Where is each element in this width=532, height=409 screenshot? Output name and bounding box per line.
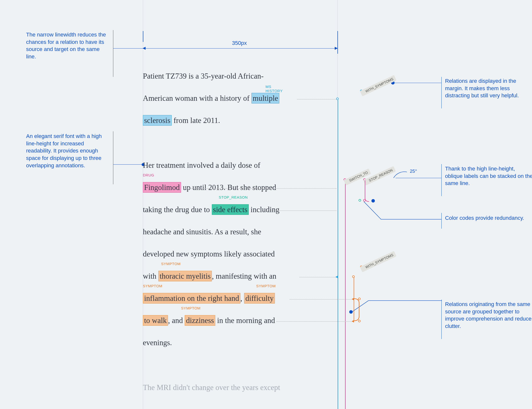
dots-ms xyxy=(297,99,336,100)
callout-narrow-linewidth: The narrow linewidth reduces the chances… xyxy=(26,31,110,60)
p1-line2: American woman with a history of multipl… xyxy=(143,87,279,109)
entity-difficulty[interactable]: difficulty xyxy=(244,293,275,304)
dim-tick-left xyxy=(143,31,143,42)
entity-thoracic-myelitis[interactable]: thoracic myelitis xyxy=(158,271,212,281)
callout-color-codes: Color codes provide redundancy. xyxy=(445,214,532,222)
rel-with-symptoms-2: WITH_SYMPTOMS xyxy=(360,251,397,272)
callout-relations-grouped: Relations originating from the same sour… xyxy=(445,301,532,330)
p2-line1: Her treatment involved a daily dose of xyxy=(143,154,260,176)
p2-l8-k: in the morning and xyxy=(215,316,275,325)
dim-line xyxy=(143,48,337,49)
dots-dizz xyxy=(276,321,353,322)
p2-l2-b: up until 2013. But she stopped xyxy=(181,183,276,192)
leader-left2 xyxy=(113,164,142,165)
dots-inflam xyxy=(290,299,353,300)
entity-to-walk[interactable]: to walk xyxy=(143,315,168,326)
tag-ms: MS xyxy=(266,85,271,89)
dots-tm xyxy=(299,277,336,277)
p2-line7: inflammation on the right hand, difficul… xyxy=(143,287,275,309)
p2-l6-h: , manifesting with an xyxy=(212,272,276,280)
arrow-tm-blue xyxy=(335,276,338,278)
p2-line3: taking the drug due to side effects incl… xyxy=(143,199,279,221)
rule-r3-slope xyxy=(364,202,442,222)
p2-l6-g: with xyxy=(143,272,158,280)
entity-fingolimod[interactable]: Fingolimod xyxy=(143,182,181,193)
dots-se xyxy=(261,210,336,211)
p1-line3: sclerosis from late 2011. xyxy=(143,109,220,132)
node-se-pink xyxy=(363,199,366,202)
callout-relations-margin: Relations are displayed in the margin. I… xyxy=(445,77,532,99)
vline-drug xyxy=(345,181,346,409)
p2-line4: headache and sinusitis. As a result, she xyxy=(143,221,261,243)
dim-tick-right xyxy=(337,31,338,54)
p2-l3-c: taking the drug due to xyxy=(143,205,212,214)
dots-drug xyxy=(184,188,336,189)
angle-label: 25° xyxy=(410,169,417,174)
dim-label-350: 350px xyxy=(232,40,247,46)
tag-history: HISTORY xyxy=(266,89,283,93)
callout-serif-font: An elegant serif font with a high line-h… xyxy=(26,133,110,169)
callout-oblique-labels: Thank to the high line-height, oblique l… xyxy=(445,165,532,187)
p2-line8: to walk, and dizziness in the morning an… xyxy=(143,309,275,332)
rule-r4-slope xyxy=(351,300,442,313)
rule-left2-v xyxy=(113,131,113,184)
p2-l8-j: , and xyxy=(168,316,185,325)
p2-l7-i: , xyxy=(240,294,244,303)
rel-with-symptoms-1: WITH_SYMPTOMS xyxy=(360,75,397,96)
vline-ms xyxy=(338,100,338,409)
rule-left1-v xyxy=(113,30,113,77)
rule-left1-h xyxy=(113,48,143,49)
p1-line1: Patient TZ739 is a 35-year-old African- xyxy=(143,65,264,87)
entity-inflammation[interactable]: inflammation on the right hand xyxy=(143,293,240,304)
p2-line9: evenings. xyxy=(143,332,172,354)
p3-line1: The MRI didn't change over the years exc… xyxy=(143,376,280,399)
entity-sclerosis[interactable]: sclerosis xyxy=(143,115,172,126)
p1-l2-a: American woman with a history of xyxy=(143,94,251,102)
p2-line2: Fingolimod up until 2013. But she stoppe… xyxy=(143,176,276,199)
rule-r1-h xyxy=(393,83,441,83)
leader-r3-dot xyxy=(371,199,375,203)
node-ms xyxy=(336,98,339,100)
p1-l3-d: from late 2011. xyxy=(172,116,220,125)
bracket-symptoms xyxy=(354,296,362,324)
rule-r2-v xyxy=(441,164,442,196)
node-se-green xyxy=(359,199,361,202)
leader-r4-dot xyxy=(349,310,353,314)
rule-r1-v xyxy=(441,77,442,108)
p2-l3-d: including xyxy=(249,205,280,214)
dim-arrow-left xyxy=(143,47,146,50)
entity-side-effects[interactable]: side effects xyxy=(212,204,249,215)
dim-arrow-right xyxy=(335,47,338,50)
node-tm xyxy=(352,275,355,278)
entity-multiple[interactable]: multiple xyxy=(251,93,279,103)
entity-dizziness[interactable]: dizziness xyxy=(185,315,215,326)
